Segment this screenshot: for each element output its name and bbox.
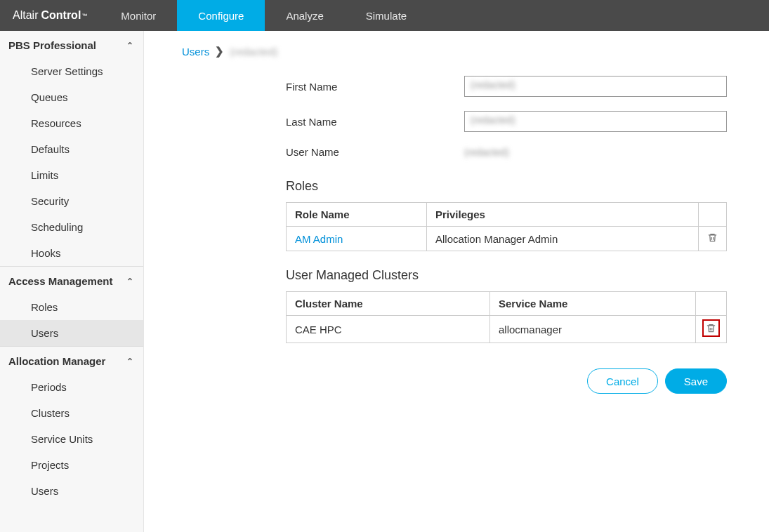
user-name-value: (redacted) — [464, 147, 509, 158]
sidebar: PBS Professional ⌃ Server Settings Queue… — [0, 31, 144, 532]
last-name-field[interactable]: (redacted) — [464, 111, 727, 132]
last-name-label: Last Name — [286, 116, 464, 128]
top-nav: Monitor Configure Analyze Simulate — [100, 0, 428, 31]
cancel-button[interactable]: Cancel — [587, 368, 658, 394]
sidebar-item-periods[interactable]: Periods — [0, 374, 143, 400]
sidebar-section-label: Allocation Manager — [8, 355, 105, 367]
user-name-label: User Name — [286, 146, 464, 158]
sidebar-item-users[interactable]: Users — [0, 320, 143, 346]
first-name-field[interactable]: (redacted) — [464, 76, 727, 97]
brand: Altair Control ™ — [0, 0, 100, 31]
topnav-simulate[interactable]: Simulate — [345, 0, 428, 31]
save-button[interactable]: Save — [665, 368, 727, 394]
sidebar-item-resources[interactable]: Resources — [0, 110, 143, 136]
top-bar: Altair Control ™ Monitor Configure Analy… — [0, 0, 769, 31]
sidebar-section-pbs[interactable]: PBS Professional ⌃ — [0, 31, 143, 58]
role-privilege: Allocation Manager Admin — [427, 227, 699, 251]
breadcrumb: Users ❯ (redacted) — [182, 45, 727, 58]
role-link[interactable]: AM Admin — [295, 233, 343, 245]
roles-header-priv: Privileges — [427, 203, 699, 227]
sidebar-section-access[interactable]: Access Management ⌃ — [0, 267, 143, 294]
table-row: CAE HPC allocmanager — [287, 316, 727, 343]
clusters-header-service: Service Name — [490, 292, 696, 316]
chevron-up-icon: ⌃ — [126, 277, 133, 286]
trash-icon[interactable] — [704, 321, 718, 335]
sidebar-section-label: Access Management — [8, 275, 112, 287]
table-row: AM Admin Allocation Manager Admin — [287, 227, 727, 251]
sidebar-item-queues[interactable]: Queues — [0, 84, 143, 110]
sidebar-item-hooks[interactable]: Hooks — [0, 240, 143, 266]
clusters-title: User Managed Clusters — [286, 268, 727, 283]
chevron-up-icon: ⌃ — [126, 41, 133, 51]
first-name-label: First Name — [286, 81, 464, 93]
chevron-up-icon: ⌃ — [126, 357, 133, 366]
sidebar-item-service-units[interactable]: Service Units — [0, 426, 143, 452]
sidebar-item-server-settings[interactable]: Server Settings — [0, 58, 143, 84]
sidebar-item-projects[interactable]: Projects — [0, 452, 143, 478]
roles-table: Role Name Privileges AM Admin Allocation… — [286, 202, 727, 251]
roles-header-actions — [699, 203, 727, 227]
sidebar-section-allocation[interactable]: Allocation Manager ⌃ — [0, 347, 143, 374]
breadcrumb-current: (redacted) — [230, 46, 277, 58]
sidebar-item-defaults[interactable]: Defaults — [0, 136, 143, 162]
chevron-right-icon: ❯ — [215, 45, 224, 58]
sidebar-item-roles[interactable]: Roles — [0, 294, 143, 320]
topnav-analyze[interactable]: Analyze — [265, 0, 344, 31]
clusters-header-actions — [696, 292, 727, 316]
cluster-name: CAE HPC — [287, 316, 490, 343]
roles-header-name: Role Name — [287, 203, 427, 227]
brand-tm: ™ — [81, 13, 87, 19]
breadcrumb-root[interactable]: Users — [182, 46, 209, 58]
sidebar-item-scheduling[interactable]: Scheduling — [0, 214, 143, 240]
roles-title: Roles — [286, 179, 727, 194]
sidebar-item-am-users[interactable]: Users — [0, 478, 143, 504]
sidebar-section-label: PBS Professional — [8, 39, 96, 51]
brand-name: Control — [41, 9, 81, 22]
sidebar-item-clusters[interactable]: Clusters — [0, 400, 143, 426]
cluster-service: allocmanager — [490, 316, 696, 343]
clusters-table: Cluster Name Service Name CAE HPC allocm… — [286, 291, 727, 343]
trash-icon[interactable] — [707, 232, 718, 243]
sidebar-item-limits[interactable]: Limits — [0, 162, 143, 188]
brand-prefix: Altair — [13, 9, 38, 22]
main-content: Users ❯ (redacted) First Name (redacted)… — [144, 31, 769, 532]
topnav-configure[interactable]: Configure — [177, 0, 265, 31]
clusters-header-name: Cluster Name — [287, 292, 490, 316]
sidebar-item-security[interactable]: Security — [0, 188, 143, 214]
topnav-monitor[interactable]: Monitor — [100, 0, 177, 31]
